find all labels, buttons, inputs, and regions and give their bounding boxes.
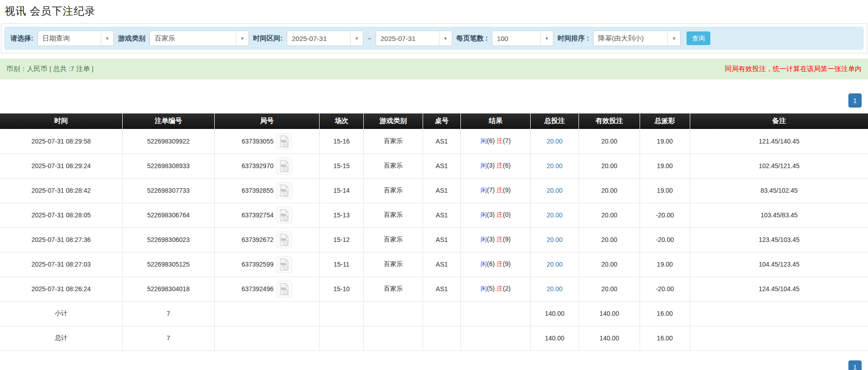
chevron-down-icon[interactable]: ▼ [540, 31, 553, 46]
payout-cell: 19.00 [640, 178, 690, 203]
subtotal-valid-bet: 140.00 [579, 301, 640, 326]
table-no-cell: AS1 [423, 277, 461, 301]
filter-bar: 请选择: 日期查询 ▼ 游戏类别 百家乐 ▼ 时间区间: 2025-07-31 … [5, 27, 863, 50]
header-result: 结果 [461, 113, 530, 129]
video-file-icon [279, 283, 289, 295]
total-label: 总计 [0, 326, 122, 350]
header-valid-bet: 有效投注 [579, 113, 640, 129]
table-no-cell: AS1 [423, 129, 461, 154]
banker-result-value: (9) [503, 260, 511, 267]
page-1-button[interactable]: 1 [848, 360, 862, 370]
subtotal-total-bet: 140.00 [530, 301, 579, 326]
round-id-cell: 637392672 [214, 227, 319, 252]
total-bet-link[interactable]: 20.00 [547, 138, 563, 145]
round-id-cell: 637392496 [214, 277, 319, 301]
valid-bet-cell: 20.00 [579, 252, 640, 277]
session-cell: 15-15 [320, 154, 364, 178]
total-count: 7 [122, 326, 214, 350]
total-bet-cell: 20.00 [530, 203, 579, 227]
total-bet-link[interactable]: 20.00 [547, 211, 563, 219]
header-bet-id: 注单编号 [122, 113, 214, 129]
payout-cell: 19.00 [640, 154, 690, 178]
time-cell: 2025-07-31 08:26:24 [0, 277, 122, 301]
banker-result-label: 庄 [496, 236, 503, 243]
chevron-down-icon[interactable]: ▼ [101, 31, 114, 46]
remark-cell: 102.45/121.45 [690, 154, 868, 178]
chevron-down-icon[interactable]: ▼ [667, 31, 680, 46]
total-bet-link[interactable]: 20.00 [547, 285, 563, 293]
banker-result-value: (0) [503, 211, 511, 218]
header-time: 时间 [0, 113, 122, 129]
table-no-cell: AS1 [423, 203, 461, 227]
banker-result-value: (9) [503, 236, 511, 243]
date-to-input[interactable]: 2025-07-31 ▼ [376, 31, 452, 46]
total-bet-link[interactable]: 20.00 [547, 261, 563, 268]
table-row: 2025-07-31 08:28:42 522698307733 6373928… [0, 178, 868, 203]
round-id-cell: 637392970 [214, 154, 319, 178]
banker-result-label: 庄 [496, 285, 503, 292]
valid-bet-cell: 20.00 [579, 178, 640, 203]
banker-result-value: (9) [503, 186, 511, 194]
date-range-label: 时间区间: [253, 34, 283, 43]
banker-result-label: 庄 [496, 137, 503, 144]
chevron-down-icon[interactable]: ▼ [439, 31, 452, 46]
result-cell: 闲(5) 庄(2) [461, 277, 530, 301]
total-bet-link[interactable]: 20.00 [547, 187, 563, 194]
banker-result-value: (6) [503, 162, 511, 169]
session-cell: 15-14 [320, 178, 364, 203]
total-bet-cell: 20.00 [530, 178, 579, 203]
remark-cell: 103.45/83.45 [690, 203, 868, 227]
search-button[interactable]: 查询 [687, 31, 710, 45]
valid-bet-cell: 20.00 [579, 203, 640, 227]
remark-cell: 123.45/103.45 [690, 227, 868, 252]
table-row: 2025-07-31 08:27:36 522698306023 6373926… [0, 227, 868, 252]
player-result-label: 闲 [480, 236, 487, 243]
summary-info-bar: 币别：人民币 | 总共 :7 注单 | 同局有效投注，统一计算在该局第一张注单内 [0, 59, 868, 79]
chevron-down-icon[interactable]: ▼ [236, 31, 248, 46]
date-from-input[interactable]: 2025-07-31 ▼ [287, 31, 363, 46]
total-bet-cell: 20.00 [530, 154, 579, 178]
sort-order-select[interactable]: 降幂(由大到小) ▼ [593, 31, 681, 46]
game-type-cell: 百家乐 [364, 154, 423, 178]
game-type-select[interactable]: 百家乐 ▼ [150, 31, 249, 46]
video-file-icon [279, 135, 289, 148]
video-file-icon [279, 185, 289, 197]
game-type-cell: 百家乐 [364, 203, 423, 227]
banker-result-value: (7) [503, 137, 511, 144]
subtotal-payout: 16.00 [640, 301, 690, 326]
header-total-bet: 总投注 [530, 113, 579, 129]
video-replay-button[interactable] [276, 133, 292, 150]
time-cell: 2025-07-31 08:29:24 [0, 154, 122, 178]
total-bet-link[interactable]: 20.00 [547, 162, 563, 170]
table-no-cell: AS1 [423, 227, 461, 252]
table-no-cell: AS1 [423, 154, 461, 178]
video-replay-button[interactable] [276, 256, 292, 273]
video-replay-button[interactable] [276, 207, 292, 224]
page-title: 视讯 会员下注纪录 [5, 4, 868, 18]
page-size-select[interactable]: 100 ▼ [492, 31, 553, 46]
total-payout: 16.00 [640, 326, 690, 350]
player-result-label: 闲 [480, 137, 487, 144]
video-file-icon [279, 258, 289, 271]
payout-cell: -20.00 [640, 227, 690, 252]
video-replay-button[interactable] [276, 182, 292, 199]
bet-records-table: 时间 注单编号 局号 场次 游戏类别 桌号 结果 总投注 有效投注 总派彩 备注… [0, 113, 868, 351]
bet-id-cell: 522698305125 [122, 252, 214, 277]
sort-order-label: 时间排序 : [558, 34, 589, 43]
chevron-down-icon[interactable]: ▼ [350, 31, 363, 46]
banker-result-label: 庄 [496, 211, 503, 218]
session-cell: 15-11 [320, 252, 364, 277]
table-row: 2025-07-31 08:29:24 522698308933 6373929… [0, 154, 868, 178]
video-replay-button[interactable] [276, 158, 292, 175]
result-cell: 闲(3) 庄(9) [461, 227, 530, 252]
remark-cell: 121.45/140.45 [690, 129, 868, 154]
time-cell: 2025-07-31 08:27:03 [0, 252, 122, 277]
total-bet-cell: 20.00 [530, 252, 579, 277]
video-replay-button[interactable] [276, 231, 292, 248]
page-1-button[interactable]: 1 [848, 93, 862, 108]
video-replay-button[interactable] [276, 281, 292, 298]
header-game-type: 游戏类别 [364, 113, 423, 129]
time-cell: 2025-07-31 08:28:05 [0, 203, 122, 227]
query-type-select[interactable]: 日期查询 ▼ [37, 31, 114, 46]
total-bet-link[interactable]: 20.00 [547, 236, 563, 243]
